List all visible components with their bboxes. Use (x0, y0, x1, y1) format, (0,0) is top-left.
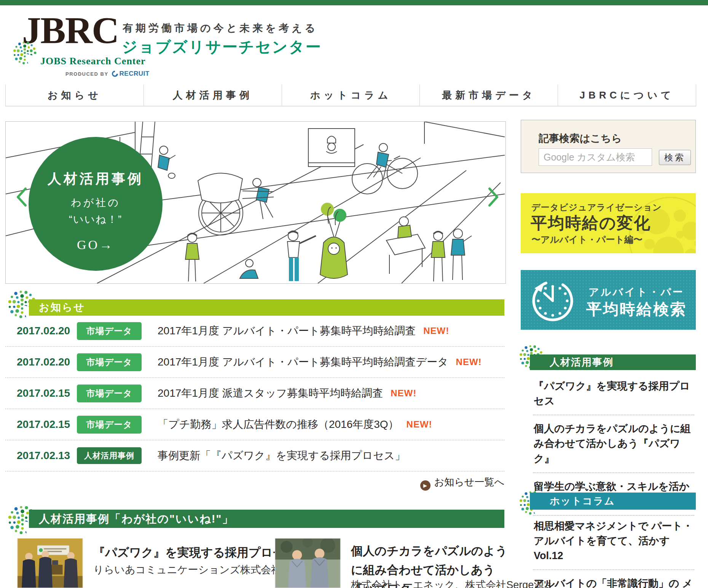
news-date: 2017.02.15 (17, 418, 77, 431)
news-category-badge: 市場データ (77, 416, 142, 434)
news-date: 2017.02.20 (17, 325, 77, 337)
data-visualization-banner[interactable]: データビジュアライゼーション 平均時給の変化 〜アルバイト・パート編〜 (521, 193, 696, 253)
recruit-logo[interactable]: RECRUIT (112, 70, 150, 78)
news-row[interactable]: 2017.02.13 人材活用事例 事例更新「『パズワク』を実現する採用プロセス… (5, 440, 504, 472)
sidebar-hot-column-list: 相思相愛マネジメントで パート・アルバイトを育てて、活かす Vol.12 アルバ… (533, 513, 694, 588)
news-title[interactable]: 2017年1月度 アルバイト・パート募集時平均時給調査 (158, 324, 416, 338)
news-date: 2017.02.15 (17, 387, 77, 399)
banner-title: 平均時給の変化 (531, 212, 651, 234)
case-article-photo-outdoor[interactable] (275, 538, 341, 588)
new-badge: NEW! (423, 326, 449, 336)
new-badge: NEW! (391, 388, 416, 399)
case-article-company: 株式会社トーエネック、株式会社Serge源's (351, 578, 551, 588)
search-label: 記事検索はこちら (539, 132, 622, 145)
sidebar-column-link[interactable]: アルバイトの「非常識行動」の メディア被害にどう対処するか Vol.3 (533, 570, 694, 588)
hero-circle-subtitle-1: わが社の (29, 196, 163, 210)
produced-by: PRODUCED BY RECRUIT (65, 70, 150, 78)
wage-banner-line2: 平均時給検索 (586, 299, 687, 320)
case-article-title[interactable]: 『パズワク』を実現する採用プロセス (93, 545, 297, 561)
nav-item-news[interactable]: お知らせ (5, 84, 144, 106)
sidebar-column-link[interactable]: 相思相愛マネジメントで パート・アルバイトを育てて、活かす Vol.12 (533, 513, 694, 570)
news-title[interactable]: 「プチ勤務」求人広告件数の推移（2016年度3Q） (158, 417, 399, 432)
new-badge: NEW! (456, 357, 482, 367)
search-input[interactable] (539, 148, 652, 166)
search-button[interactable]: 検索 (659, 150, 691, 165)
news-section-header: お知らせ (29, 299, 504, 316)
case-article-photo-office[interactable] (17, 538, 83, 588)
cases-section-header: 人材活用事例「わが社の"いいね!"」 (29, 510, 504, 528)
news-row[interactable]: 2017.02.15 市場データ 2017年1月度 派遣スタッフ募集時平均時給調… (5, 378, 504, 409)
clock-icon (527, 275, 577, 325)
new-badge: NEW! (407, 419, 432, 430)
news-row[interactable]: 2017.02.20 市場データ 2017年1月度 アルバイト・パート募集時平均… (5, 347, 504, 378)
news-more-label: お知らせ一覧へ (434, 476, 504, 488)
news-date: 2017.02.20 (17, 356, 77, 368)
article-search-box: 記事検索はこちら 検索 (521, 120, 696, 173)
news-row[interactable]: 2017.02.20 市場データ 2017年1月度 アルバイト・パート募集時平均… (5, 316, 504, 347)
sidebar-hot-column-header: ホットコラム (530, 493, 696, 510)
news-date: 2017.02.13 (17, 450, 77, 462)
produced-by-label: PRODUCED BY (65, 71, 108, 77)
sidebar-cases-header: 人材活用事例 (530, 354, 696, 370)
hero-carousel: 人材活用事例 わが社の “いいね！” GO→ (5, 121, 506, 284)
news-title[interactable]: 事例更新「『パズワク』を実現する採用プロセス」 (158, 448, 405, 463)
sidebar-case-link[interactable]: 『パズワク』を実現する採用プロセス (533, 373, 694, 415)
main-nav: お知らせ 人材活用事例 ホットコラム 最新市場データ JBRCについて (5, 84, 696, 106)
recruit-swoosh-icon (112, 70, 118, 77)
nav-item-cases[interactable]: 人材活用事例 (144, 84, 282, 106)
hero-cases-circle-link[interactable]: 人材活用事例 わが社の “いいね！” GO→ (29, 137, 163, 271)
news-category-badge: 人材活用事例 (77, 447, 142, 464)
top-accent-bar (0, 0, 708, 5)
banner-kicker: データビジュアライゼーション (531, 202, 662, 213)
hero-circle-subtitle-2: “いいね！” (29, 213, 163, 226)
site-title: ジョブズリサーチセンター (122, 37, 322, 57)
carousel-prev-icon[interactable] (16, 187, 27, 207)
carousel-next-icon[interactable] (488, 187, 499, 207)
hero-circle-title: 人材活用事例 (29, 170, 163, 188)
news-row[interactable]: 2017.02.15 市場データ 「プチ勤務」求人広告件数の推移（2016年度3… (5, 409, 504, 440)
nav-item-about[interactable]: JBRCについて (558, 84, 696, 106)
nav-item-hot-column[interactable]: ホットコラム (282, 84, 420, 106)
news-category-badge: 市場データ (77, 353, 142, 371)
sidebar-case-link[interactable]: 個人のチカラをパズルのように組み合わせて活かしあう『パズワク』 (533, 415, 694, 473)
banner-subtitle: 〜アルバイト・パート編〜 (531, 234, 643, 246)
play-circle-icon: ▶ (420, 480, 431, 491)
hero-go-label: GO→ (29, 238, 163, 252)
case-article-company: りらいあコミュニケーションズ株式会社 (93, 563, 281, 577)
jbrc-logo-dot-icon (12, 40, 37, 65)
wage-search-banner[interactable]: アルバイト・パート 平均時給検索 (521, 270, 696, 330)
news-more-link[interactable]: ▶お知らせ一覧へ (5, 475, 504, 491)
news-title[interactable]: 2017年1月度 アルバイト・パート募集時平均時給調査データ (158, 355, 448, 369)
news-list: 2017.02.20 市場データ 2017年1月度 アルバイト・パート募集時平均… (5, 316, 504, 472)
site-tagline: 有期労働市場の今と未来を考える (123, 21, 318, 35)
news-category-badge: 市場データ (77, 385, 142, 402)
nav-item-market-data[interactable]: 最新市場データ (419, 84, 558, 106)
news-category-badge: 市場データ (77, 322, 142, 340)
news-title[interactable]: 2017年1月度 派遣スタッフ募集時平均時給調査 (158, 386, 383, 400)
